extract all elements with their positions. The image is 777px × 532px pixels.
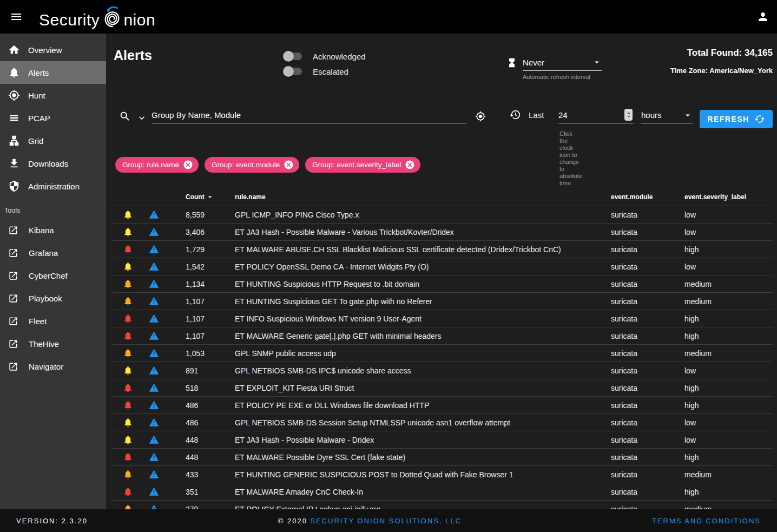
acknowledge-cell[interactable] bbox=[113, 331, 143, 341]
rule-name-cell[interactable]: ET EXPLOIT_KIT Fiesta URI Struct bbox=[235, 384, 611, 392]
count-cell[interactable]: 486 bbox=[164, 401, 235, 410]
escalate-cell[interactable] bbox=[143, 400, 164, 410]
count-cell[interactable]: 3,406 bbox=[164, 228, 235, 237]
rule-name-cell[interactable]: ET MALWARE ABUSE.CH SSL Blacklist Malici… bbox=[235, 245, 611, 254]
severity-bell-icon[interactable] bbox=[123, 435, 133, 445]
sidebar-tool-navigator[interactable]: Navigator bbox=[0, 355, 106, 378]
escalate-cell[interactable] bbox=[143, 469, 164, 480]
warning-triangle-icon[interactable] bbox=[149, 417, 159, 428]
quick-filter-target-icon[interactable] bbox=[475, 111, 486, 122]
escalate-cell[interactable] bbox=[143, 417, 164, 428]
severity-bell-icon[interactable] bbox=[123, 261, 133, 272]
count-cell[interactable]: 351 bbox=[164, 488, 235, 496]
sidebar-item-administration[interactable]: Administration bbox=[0, 175, 106, 198]
severity-label-cell[interactable]: low bbox=[684, 366, 773, 375]
warning-triangle-icon[interactable] bbox=[149, 400, 159, 410]
column-header-severity-label[interactable]: event.severity_label bbox=[684, 193, 773, 201]
escalate-cell[interactable] bbox=[143, 209, 164, 220]
acknowledge-cell[interactable] bbox=[113, 261, 143, 272]
warning-triangle-icon[interactable] bbox=[149, 261, 159, 272]
event-module-cell[interactable]: suricata bbox=[611, 470, 684, 479]
event-module-cell[interactable]: suricata bbox=[611, 297, 684, 306]
warning-triangle-icon[interactable] bbox=[149, 469, 159, 480]
severity-label-cell[interactable]: high bbox=[684, 245, 773, 254]
escalate-cell[interactable] bbox=[143, 365, 164, 376]
escalate-cell[interactable] bbox=[143, 244, 164, 254]
refresh-button[interactable]: REFRESH bbox=[700, 110, 773, 128]
acknowledge-cell[interactable] bbox=[113, 400, 143, 410]
acknowledged-toggle[interactable] bbox=[283, 52, 303, 60]
rule-name-cell[interactable]: ET HUNTING Suspicious HTTP Request to .b… bbox=[235, 280, 611, 288]
search-options-chevron-icon[interactable] bbox=[136, 113, 147, 123]
group-chip[interactable]: Group: event.severity_label bbox=[305, 157, 420, 173]
rule-name-cell[interactable]: GPL SNMP public access udp bbox=[235, 349, 611, 358]
severity-label-cell[interactable]: medium bbox=[684, 280, 773, 288]
warning-triangle-icon[interactable] bbox=[149, 348, 159, 358]
event-module-cell[interactable]: suricata bbox=[611, 366, 684, 375]
count-cell[interactable]: 1,107 bbox=[164, 314, 235, 323]
severity-label-cell[interactable]: high bbox=[684, 488, 773, 496]
escalate-cell[interactable] bbox=[143, 296, 164, 306]
acknowledge-cell[interactable] bbox=[113, 209, 143, 220]
duration-input[interactable] bbox=[558, 107, 618, 122]
menu-icon[interactable] bbox=[8, 8, 25, 25]
column-header-rule-name[interactable]: rule.name bbox=[235, 193, 611, 201]
rule-name-cell[interactable]: GPL NETBIOS SMB-DS IPC$ unicode share ac… bbox=[235, 366, 611, 375]
count-cell[interactable]: 518 bbox=[164, 384, 235, 392]
rule-name-cell[interactable]: ET POLICY OpenSSL Demo CA - Internet Wid… bbox=[235, 262, 611, 271]
event-module-cell[interactable]: suricata bbox=[611, 505, 684, 510]
severity-label-cell[interactable]: medium bbox=[684, 297, 773, 306]
sidebar-tool-thehive[interactable]: TheHive bbox=[0, 332, 106, 355]
column-header-count[interactable]: Count bbox=[164, 193, 235, 201]
count-cell[interactable]: 1,134 bbox=[164, 280, 235, 288]
acknowledge-cell[interactable] bbox=[113, 435, 143, 445]
sidebar-item-pcap[interactable]: PCAP bbox=[0, 107, 106, 129]
acknowledge-cell[interactable] bbox=[113, 296, 143, 306]
sidebar-tool-grafana[interactable]: Grafana bbox=[0, 241, 106, 264]
sidebar-tool-kibana[interactable]: Kibana bbox=[0, 219, 106, 241]
clock-history-icon[interactable] bbox=[509, 109, 521, 121]
severity-label-cell[interactable]: high bbox=[684, 401, 773, 410]
rule-name-cell[interactable]: ET MALWARE Possible Dyre SSL Cert (fake … bbox=[235, 453, 611, 462]
escalate-cell[interactable] bbox=[143, 261, 164, 272]
acknowledge-cell[interactable] bbox=[113, 504, 143, 509]
severity-bell-icon[interactable] bbox=[123, 313, 133, 324]
warning-triangle-icon[interactable] bbox=[149, 331, 159, 341]
count-cell[interactable]: 1,729 bbox=[164, 245, 235, 254]
severity-label-cell[interactable]: high bbox=[684, 332, 773, 340]
escalate-cell[interactable] bbox=[143, 279, 164, 289]
count-cell[interactable]: 8,559 bbox=[164, 211, 235, 219]
severity-label-cell[interactable]: low bbox=[684, 436, 773, 444]
severity-bell-icon[interactable] bbox=[123, 209, 133, 220]
rule-name-cell[interactable]: ET INFO Suspicious Windows NT version 9 … bbox=[235, 314, 611, 323]
count-cell[interactable]: 1,053 bbox=[164, 349, 235, 358]
column-header-event-module[interactable]: event.module bbox=[611, 193, 684, 201]
count-cell[interactable]: 1,107 bbox=[164, 297, 235, 306]
escalate-cell[interactable] bbox=[143, 331, 164, 341]
warning-triangle-icon[interactable] bbox=[149, 209, 159, 220]
rule-name-cell[interactable]: GPL NETBIOS SMB-DS Session Setup NTMLSSP… bbox=[235, 418, 611, 427]
event-module-cell[interactable]: suricata bbox=[611, 280, 684, 288]
warning-triangle-icon[interactable] bbox=[149, 487, 159, 497]
escalate-cell[interactable] bbox=[143, 435, 164, 445]
acknowledge-cell[interactable] bbox=[113, 487, 143, 497]
severity-label-cell[interactable]: low bbox=[684, 228, 773, 237]
acknowledge-cell[interactable] bbox=[113, 383, 143, 393]
escalate-cell[interactable] bbox=[143, 313, 164, 324]
severity-bell-icon[interactable] bbox=[123, 487, 133, 497]
warning-triangle-icon[interactable] bbox=[149, 365, 159, 376]
escalate-cell[interactable] bbox=[143, 348, 164, 358]
event-module-cell[interactable]: suricata bbox=[611, 314, 684, 323]
warning-triangle-icon[interactable] bbox=[149, 313, 159, 324]
event-module-cell[interactable]: suricata bbox=[611, 262, 684, 271]
sidebar-tool-cyberchef[interactable]: CyberChef bbox=[0, 264, 106, 287]
severity-bell-icon[interactable] bbox=[123, 452, 133, 462]
severity-bell-icon[interactable] bbox=[123, 417, 133, 428]
chip-close-icon[interactable] bbox=[405, 160, 415, 170]
severity-bell-icon[interactable] bbox=[123, 296, 133, 306]
severity-bell-icon[interactable] bbox=[123, 244, 133, 254]
event-module-cell[interactable]: suricata bbox=[611, 384, 684, 392]
severity-label-cell[interactable]: high bbox=[684, 314, 773, 323]
count-cell[interactable]: 891 bbox=[164, 366, 235, 375]
time-unit-select[interactable]: hours bbox=[641, 107, 693, 123]
